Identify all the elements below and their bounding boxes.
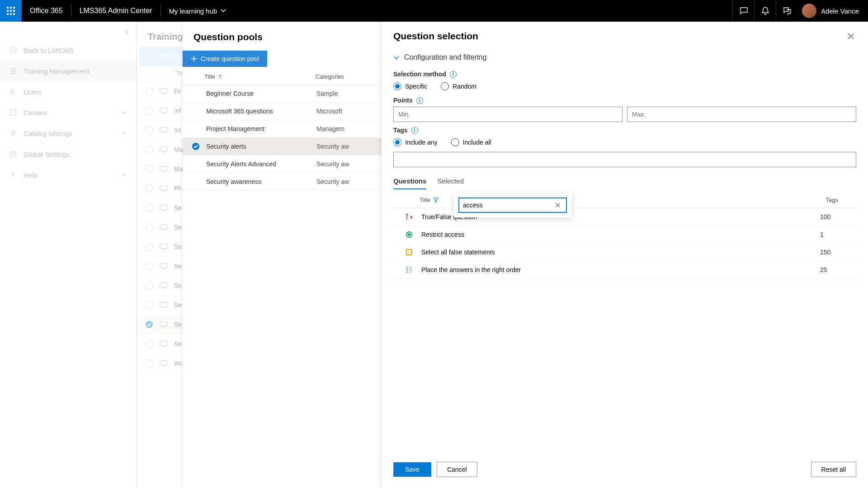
feedback-button[interactable] [776, 0, 797, 22]
reset-all-button[interactable]: Reset all [811, 462, 856, 477]
training-type-icon [160, 321, 168, 328]
cancel-button[interactable]: Cancel [437, 462, 477, 477]
save-button[interactable]: Save [393, 462, 431, 477]
radio-icon [393, 82, 401, 90]
pool-row[interactable]: Beginner Course Sample [183, 85, 382, 103]
points-max-input[interactable] [627, 107, 856, 122]
avatar[interactable] [802, 4, 816, 18]
svg-rect-11 [10, 110, 16, 115]
info-icon[interactable]: i [411, 127, 418, 134]
questions-col-tags[interactable]: Tags [826, 197, 856, 203]
info-icon[interactable]: i [450, 71, 457, 78]
config-filtering-toggle[interactable]: Configuration and filtering [393, 52, 856, 66]
tab-questions[interactable]: Questions [393, 177, 426, 189]
pool-row[interactable]: Project Management Managem [183, 120, 382, 138]
content-icon [9, 108, 17, 117]
pool-row[interactable]: Security alerts Security aw [183, 138, 382, 155]
pool-title: Security Alerts Advanced [206, 160, 276, 168]
svg-rect-23 [160, 263, 167, 268]
training-type-icon [160, 127, 168, 133]
pools-col-title[interactable]: Title [204, 73, 215, 80]
selection-method-specific[interactable]: Specific [393, 82, 427, 90]
question-selection-panel: Question selection Configuration and fil… [382, 22, 868, 488]
pool-category: Security aw [316, 160, 371, 168]
pools-col-categories[interactable]: Categories [316, 73, 370, 80]
row-select-icon [192, 89, 200, 98]
question-row[interactable]: Restrict access 1 [393, 226, 856, 244]
app-launcher-button[interactable] [0, 0, 22, 22]
tags-include-all[interactable]: Include all [451, 138, 491, 146]
sidebar-item-catalog-settings[interactable]: Catalog settings [0, 123, 136, 144]
pool-title: Project Management [206, 125, 264, 132]
training-type-icon [160, 205, 168, 211]
sidebar-item-label: Catalog settings [24, 130, 72, 137]
training-title: Se [174, 340, 182, 347]
row-select-icon [192, 142, 200, 150]
tab-selected[interactable]: Selected [437, 177, 463, 189]
pool-row[interactable]: Security Alerts Advanced Security aw [183, 155, 382, 173]
chat-button[interactable] [732, 0, 754, 22]
training-type-icon [160, 224, 168, 230]
svg-rect-24 [160, 283, 167, 287]
learning-hub-dropdown[interactable]: My learning hub [161, 7, 235, 15]
pool-row[interactable]: Security awareness Security aw [183, 173, 382, 191]
sidebar-item-users[interactable]: Users [0, 81, 136, 102]
question-row[interactable]: Place the answers in the right order 25 [393, 261, 856, 279]
single-choice-icon [405, 230, 413, 239]
create-training-button[interactable]: Create tr [146, 52, 179, 60]
notifications-button[interactable] [754, 0, 776, 22]
global-top-bar: Office 365 LMS365 Admin Center My learni… [0, 0, 868, 22]
sidebar-item-content[interactable]: Content [0, 102, 136, 123]
svg-rect-1 [10, 7, 12, 9]
svg-rect-27 [160, 322, 167, 326]
training-title: Se [174, 243, 182, 250]
collapse-sidebar-button[interactable] [122, 26, 132, 37]
row-select-icon [192, 125, 200, 133]
chevron-down-icon [122, 172, 127, 178]
sidebar-item-label: Content [24, 109, 47, 117]
tags-input[interactable] [393, 152, 856, 167]
training-type-icon [160, 88, 168, 94]
pool-title: Beginner Course [206, 90, 254, 97]
questions-col-title[interactable]: Title [420, 197, 430, 203]
svg-rect-22 [160, 244, 167, 249]
svg-rect-29 [160, 361, 167, 365]
row-select-icon [145, 243, 153, 251]
tags-include-any[interactable]: Include any [393, 138, 438, 146]
filter-icon[interactable] [433, 197, 439, 203]
question-title: Place the answers in the right order [421, 266, 812, 273]
question-row[interactable]: ✓ Select all false statements 150 [393, 244, 856, 261]
sidebar-item-label: Users [24, 88, 41, 96]
pool-row[interactable]: Microsoft 365 questions Microsoft [183, 103, 382, 120]
points-min-input[interactable] [393, 107, 623, 122]
row-select-icon [145, 320, 153, 328]
info-icon[interactable]: i [416, 97, 423, 104]
close-button[interactable] [845, 31, 856, 42]
sidebar-item-label: Training Management [24, 67, 89, 75]
create-question-pool-button[interactable]: Create question pool [183, 51, 267, 67]
left-sidebar: Back to LMS365 Training Management Users… [0, 22, 137, 488]
svg-rect-21 [160, 225, 167, 229]
title-filter-input[interactable] [463, 202, 553, 209]
sidebar-item-training-management[interactable]: Training Management [0, 61, 136, 81]
chevron-down-icon [122, 131, 127, 136]
sidebar-item-label: Back to LMS365 [24, 47, 73, 54]
selection-method-random[interactable]: Random [441, 82, 476, 90]
radio-icon [393, 138, 401, 146]
title-filter-popover [454, 193, 571, 217]
admin-center-label[interactable]: LMS365 Admin Center [71, 7, 160, 15]
pool-category: Security aw [316, 178, 371, 185]
row-select-icon [192, 178, 200, 186]
sidebar-item-back[interactable]: Back to LMS365 [0, 40, 136, 61]
user-name[interactable]: Adele Vance [816, 7, 868, 15]
sidebar-item-label: Global Settings [24, 150, 70, 158]
pool-title: Microsoft 365 questions [206, 108, 273, 115]
row-select-icon [145, 340, 153, 348]
close-icon [555, 202, 561, 208]
brand-label[interactable]: Office 365 [22, 7, 71, 15]
sidebar-item-global-settings[interactable]: Global Settings [0, 144, 136, 164]
training-type-icon [160, 146, 168, 153]
clear-filter-button[interactable] [553, 202, 562, 209]
true-false-icon [405, 213, 413, 221]
sidebar-item-help[interactable]: ? Help [0, 164, 136, 185]
